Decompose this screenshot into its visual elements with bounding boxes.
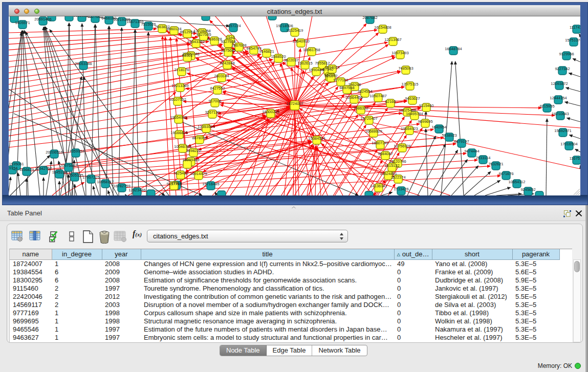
svg-text:9242848: 9242848 xyxy=(220,61,234,65)
svg-text:1156829: 1156829 xyxy=(19,167,34,172)
svg-text:10654112: 10654112 xyxy=(509,180,526,184)
svg-text:2718176: 2718176 xyxy=(174,68,189,72)
svg-text:16543352: 16543352 xyxy=(187,39,204,44)
svg-text:9129966: 9129966 xyxy=(559,52,574,56)
svg-text:8960124: 8960124 xyxy=(166,27,181,31)
svg-text:17957225: 17957225 xyxy=(82,175,99,180)
svg-text:15716485: 15716485 xyxy=(202,182,219,186)
svg-text:2867608: 2867608 xyxy=(231,43,246,48)
svg-text:15720407: 15720407 xyxy=(360,116,377,121)
svg-text:18300295: 18300295 xyxy=(262,110,279,114)
svg-text:19654985: 19654985 xyxy=(170,115,187,120)
svg-text:1640954: 1640954 xyxy=(431,125,446,129)
svg-text:19654923: 19654923 xyxy=(401,126,418,131)
svg-text:9463627: 9463627 xyxy=(405,96,420,101)
svg-text:7632621: 7632621 xyxy=(488,162,503,166)
svg-text:18724007: 18724007 xyxy=(286,101,303,106)
svg-text:2522374: 2522374 xyxy=(390,175,405,180)
svg-text:13353594: 13353594 xyxy=(198,124,214,129)
svg-text:9699695: 9699695 xyxy=(418,119,432,124)
svg-text:2803144: 2803144 xyxy=(214,74,229,78)
svg-text:7485063: 7485063 xyxy=(398,66,413,71)
svg-text:7357224: 7357224 xyxy=(226,24,241,28)
svg-text:3498222: 3498222 xyxy=(186,148,201,153)
svg-text:9115460: 9115460 xyxy=(419,103,434,108)
svg-text:39154: 39154 xyxy=(9,166,17,170)
svg-text:16210643: 16210643 xyxy=(552,112,569,116)
svg-text:11325419: 11325419 xyxy=(287,28,303,33)
svg-text:20691406: 20691406 xyxy=(34,17,51,21)
svg-text:917006: 917006 xyxy=(208,99,221,103)
svg-text:16033809: 16033809 xyxy=(197,16,214,17)
svg-text:1615132: 1615132 xyxy=(384,163,399,168)
svg-text:12923446: 12923446 xyxy=(128,188,145,192)
svg-text:10973493: 10973493 xyxy=(391,51,408,55)
svg-text:10756928: 10756928 xyxy=(394,144,410,148)
svg-text:9457793: 9457793 xyxy=(166,182,181,186)
svg-text:9245652: 9245652 xyxy=(520,187,535,192)
svg-text:16782759: 16782759 xyxy=(113,184,130,188)
svg-text:16495784: 16495784 xyxy=(406,112,423,116)
svg-text:20364456: 20364456 xyxy=(345,95,362,100)
svg-text:20975867: 20975867 xyxy=(60,163,77,168)
svg-text:12213967: 12213967 xyxy=(384,37,401,42)
svg-text:7515526: 7515526 xyxy=(141,22,156,27)
svg-text:15751074: 15751074 xyxy=(565,38,580,42)
svg-text:15384554: 15384554 xyxy=(308,136,325,141)
svg-text:1733426: 1733426 xyxy=(394,187,408,191)
svg-text:17359934: 17359934 xyxy=(67,149,84,154)
svg-text:1990448: 1990448 xyxy=(309,68,323,72)
svg-text:8427552: 8427552 xyxy=(210,86,225,91)
svg-text:12444154: 12444154 xyxy=(550,96,567,100)
svg-text:16154808: 16154808 xyxy=(374,25,391,30)
svg-text:6879197: 6879197 xyxy=(454,139,469,144)
svg-text:5938923: 5938923 xyxy=(442,133,456,138)
svg-text:12505135: 12505135 xyxy=(66,173,83,178)
svg-text:10507487: 10507487 xyxy=(369,94,386,98)
svg-text:9327505: 9327505 xyxy=(196,32,211,37)
svg-text:1145194: 1145194 xyxy=(52,170,67,174)
svg-text:1935061: 1935061 xyxy=(9,162,24,166)
svg-text:1527602: 1527602 xyxy=(88,16,102,19)
svg-text:10107552: 10107552 xyxy=(169,97,186,102)
svg-text:3822037: 3822037 xyxy=(284,58,298,62)
svg-text:3375685: 3375685 xyxy=(221,48,235,53)
svg-text:1994024: 1994024 xyxy=(324,65,339,70)
svg-text:1117435: 1117435 xyxy=(570,25,580,30)
svg-text:18807249: 18807249 xyxy=(372,141,388,145)
svg-text:9084047: 9084047 xyxy=(378,151,393,156)
svg-text:16099489: 16099489 xyxy=(182,158,199,162)
svg-text:17016504: 17016504 xyxy=(560,142,577,146)
svg-text:8878354: 8878354 xyxy=(192,136,207,140)
svg-text:12942757: 12942757 xyxy=(35,166,52,171)
svg-text:20053346: 20053346 xyxy=(75,61,92,66)
svg-text:19218506: 19218506 xyxy=(276,24,293,28)
svg-text:9146821: 9146821 xyxy=(259,49,274,54)
svg-text:2087682: 2087682 xyxy=(362,16,377,20)
svg-text:8912954: 8912954 xyxy=(180,30,194,34)
svg-text:3267130: 3267130 xyxy=(205,110,220,115)
svg-text:62160: 62160 xyxy=(385,99,396,104)
svg-text:8215955: 8215955 xyxy=(539,104,554,108)
svg-text:12975115: 12975115 xyxy=(402,82,419,86)
svg-text:10688609: 10688609 xyxy=(365,129,382,134)
svg-text:8471676: 8471676 xyxy=(498,171,513,176)
svg-text:9474444: 9474444 xyxy=(464,149,479,154)
svg-text:9777169: 9777169 xyxy=(333,78,348,82)
svg-text:1405571: 1405571 xyxy=(15,20,30,25)
svg-text:12213369: 12213369 xyxy=(171,83,188,88)
svg-text:2933114: 2933114 xyxy=(476,156,491,160)
svg-text:9227342: 9227342 xyxy=(555,67,570,71)
svg-text:16961758: 16961758 xyxy=(303,48,320,52)
svg-text:16914479: 16914479 xyxy=(190,171,207,176)
svg-text:14136141: 14136141 xyxy=(370,184,387,188)
svg-text:6897568: 6897568 xyxy=(339,85,354,90)
svg-text:19166825: 19166825 xyxy=(170,130,187,135)
svg-text:10958117: 10958117 xyxy=(97,180,114,184)
svg-text:8186328: 8186328 xyxy=(207,37,222,41)
svg-text:12093872: 12093872 xyxy=(551,81,568,86)
svg-text:98901: 98901 xyxy=(182,53,193,58)
svg-text:7986322: 7986322 xyxy=(353,106,368,111)
svg-text:13640910: 13640910 xyxy=(292,39,309,43)
svg-text:1362615: 1362615 xyxy=(297,61,312,65)
